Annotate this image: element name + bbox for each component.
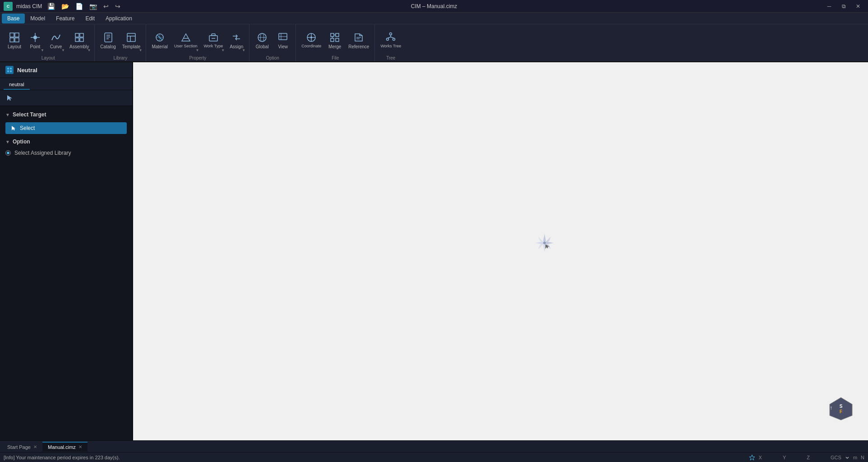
ribbon-group-option: Global View Option <box>249 24 296 61</box>
usersection-icon <box>180 32 191 43</box>
ribbon-group-layout: Layout Point ▼ Curve ▼ Assembly <box>2 24 95 61</box>
svg-rect-2 <box>10 38 14 42</box>
ribbon-btn-usersection[interactable]: User Section ▼ <box>171 28 200 53</box>
ribbon-btn-global[interactable]: Global <box>252 28 272 53</box>
menu-item-feature[interactable]: Feature <box>51 14 80 23</box>
svg-rect-54 <box>7 70 9 72</box>
menu-item-model[interactable]: Model <box>25 14 51 23</box>
open-icon[interactable]: 📂 <box>60 2 71 11</box>
option-select-assigned-library[interactable]: Select Assigned Library <box>0 148 132 158</box>
ribbon-btn-template[interactable]: Template ▼ <box>120 28 143 53</box>
ribbon-btn-coordinate[interactable]: Coordinate <box>299 28 324 53</box>
saveas-icon[interactable]: 📄 <box>74 2 85 11</box>
layout-group-label: Layout <box>5 55 92 60</box>
svg-rect-12 <box>80 38 83 42</box>
reference-icon <box>353 32 364 43</box>
ribbon-btn-merge[interactable]: Merge <box>325 28 345 53</box>
select-target-header[interactable]: ▼ Select Target <box>0 109 132 120</box>
curve-label: Curve <box>50 44 62 49</box>
coordinate-icon <box>306 32 317 43</box>
svg-rect-40 <box>331 38 334 42</box>
layout-label: Layout <box>8 44 21 49</box>
merge-label: Merge <box>328 44 341 49</box>
undo-icon[interactable]: ↩ <box>102 2 111 11</box>
save-icon[interactable]: 💾 <box>46 2 57 11</box>
ribbon-group-library: Catalog Template ▼ Library <box>95 24 146 61</box>
close-button[interactable]: ✕ <box>852 2 864 11</box>
select-button[interactable]: Select <box>5 122 127 134</box>
template-icon <box>126 32 137 43</box>
assembly-arrow: ▼ <box>87 48 91 52</box>
window-controls: ─ ⧉ ✕ <box>823 2 864 11</box>
reference-label: Reference <box>348 44 369 49</box>
tab-manualcimz-close[interactable]: ✕ <box>78 444 82 449</box>
merge-icon <box>329 32 340 43</box>
ribbon-btn-reference[interactable]: Reference <box>346 28 372 53</box>
catalog-label: Catalog <box>100 44 115 49</box>
title-bar-left: C midas CIM 💾 📂 📄 📷 ↩ ↪ <box>4 2 122 11</box>
template-arrow: ▼ <box>139 48 142 52</box>
svg-line-51 <box>391 37 394 38</box>
title-bar-icons: 💾 📂 📄 📷 ↩ ↪ <box>46 2 122 11</box>
ribbon-btn-view[interactable]: View <box>273 28 293 53</box>
panel-title: Neutral <box>17 67 37 74</box>
global-label: Global <box>256 44 269 49</box>
point-label: Point <box>30 44 41 49</box>
worktype-arrow: ▼ <box>221 48 225 52</box>
svg-rect-52 <box>7 68 9 69</box>
panel-icon <box>5 66 14 74</box>
svg-rect-10 <box>80 33 83 37</box>
y-label: Y <box>783 455 786 460</box>
minimize-button[interactable]: ─ <box>823 2 836 11</box>
usersection-arrow: ▼ <box>196 48 199 52</box>
select-assigned-library-label: Select Assigned Library <box>14 150 71 156</box>
ribbon-group-property-buttons: Material User Section ▼ Work Type ▼ <box>149 26 246 55</box>
ribbon: Layout Point ▼ Curve ▼ Assembly <box>0 24 868 62</box>
svg-text:S: S <box>840 404 843 409</box>
x-label: X <box>759 455 762 460</box>
gcs-label: GCS <box>831 455 841 460</box>
tab-manualcimz-label: Manual.cimz <box>48 444 76 450</box>
tab-startpage-label: Start Page <box>7 444 31 450</box>
menu-item-edit[interactable]: Edit <box>80 14 100 23</box>
tab-manualcimz[interactable]: Manual.cimz ✕ <box>42 442 88 452</box>
svg-rect-41 <box>336 38 339 42</box>
menu-item-base[interactable]: Base <box>2 14 25 23</box>
cursor-tool-button[interactable] <box>4 92 15 104</box>
ribbon-btn-assembly[interactable]: Assembly ▼ <box>67 28 92 53</box>
menu-bar: Base Model Feature Edit Application <box>0 13 868 24</box>
view-label: View <box>278 44 288 49</box>
ribbon-btn-material[interactable]: Material <box>149 28 171 53</box>
redo-icon[interactable]: ↪ <box>113 2 122 11</box>
ribbon-btn-assign[interactable]: Assign ▼ <box>226 28 246 53</box>
select-target-label: Select Target <box>13 111 46 118</box>
ribbon-btn-curve[interactable]: Curve ▼ <box>46 28 66 53</box>
select-target-chevron: ▼ <box>5 112 10 117</box>
menu-item-application[interactable]: Application <box>100 14 138 23</box>
view-icon <box>277 32 288 43</box>
tab-startpage[interactable]: Start Page ✕ <box>2 442 42 452</box>
ribbon-btn-workstree[interactable]: Works Tree <box>378 28 404 53</box>
ribbon-btn-layout[interactable]: Layout <box>5 28 24 53</box>
panel-content: ▼ Select Target Select ▼ Option Select A… <box>0 106 132 440</box>
ribbon-btn-point[interactable]: Point ▼ <box>25 28 45 53</box>
tab-startpage-close[interactable]: ✕ <box>33 444 37 449</box>
usersection-label: User Section <box>174 44 198 49</box>
gcs-dropdown-icon[interactable] <box>845 455 850 460</box>
body-container: Neutral neutral ▼ Select Target Select <box>0 62 868 462</box>
bottom-tabs: Start Page ✕ Manual.cimz ✕ <box>0 440 868 452</box>
option-header[interactable]: ▼ Option <box>0 136 132 148</box>
viewport[interactable]: S F ↑ <box>133 62 868 440</box>
library-group-label: Library <box>97 55 143 60</box>
panel-tab-neutral[interactable]: neutral <box>4 80 30 90</box>
select-button-label: Select <box>20 125 35 131</box>
window-title: CIM – Manual.cimz <box>411 3 457 9</box>
svg-rect-0 <box>10 33 14 37</box>
restore-button[interactable]: ⧉ <box>837 2 850 11</box>
ribbon-btn-worktype[interactable]: Work Type ▼ <box>201 28 226 53</box>
nav-cube[interactable]: S F ↑ <box>827 395 854 422</box>
ribbon-btn-catalog[interactable]: Catalog <box>97 28 118 53</box>
assign-icon <box>231 32 242 43</box>
screenshot-icon[interactable]: 📷 <box>88 2 99 11</box>
svg-point-47 <box>387 38 389 41</box>
